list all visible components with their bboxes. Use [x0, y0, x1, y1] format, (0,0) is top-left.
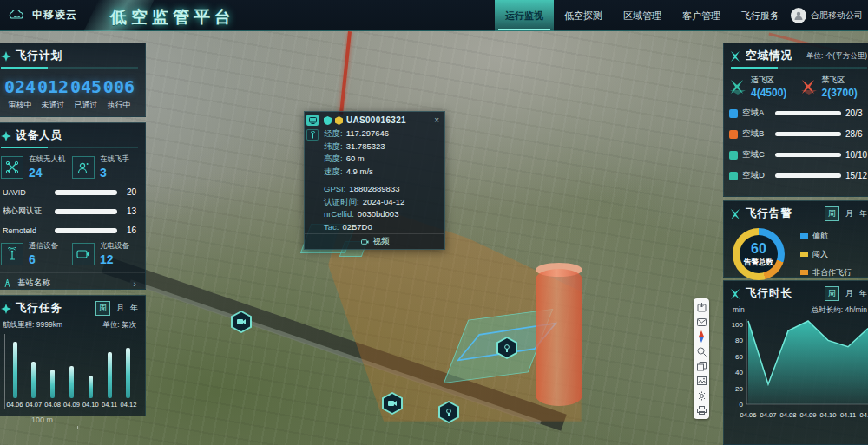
- logo-text: 中移凌云: [32, 8, 77, 23]
- field-label: Tac:: [324, 221, 339, 234]
- field-label: 纬度:: [324, 141, 343, 154]
- tab-year[interactable]: 年: [859, 288, 867, 299]
- list-item-label: 基站名称: [17, 278, 50, 289]
- svg-text:60: 60: [735, 353, 743, 361]
- panel-icon: [1, 131, 11, 141]
- zone-row-label: 空域B: [742, 128, 771, 140]
- bar-column: 04.12: [120, 348, 137, 409]
- field-value: 117.297646: [346, 128, 390, 141]
- nav-item-service[interactable]: 飞行服务: [731, 0, 790, 31]
- bar: [50, 370, 55, 398]
- legend-swatch: [800, 270, 808, 275]
- message-icon[interactable]: [696, 317, 707, 327]
- zone-value: 4(4500): [751, 87, 786, 99]
- panel-title: 飞行计划: [16, 49, 62, 63]
- zone-color-swatch: [729, 151, 738, 160]
- bar-label: RemoteId: [3, 226, 49, 235]
- field-value: 0030bd003: [358, 208, 399, 221]
- zone-color-swatch: [729, 130, 738, 139]
- x-tick-label: 04.09: [63, 401, 80, 409]
- nav-item-region[interactable]: 区域管理: [613, 0, 672, 31]
- panel-icon: [731, 51, 741, 62]
- duration-area-chart: 10080604020004.0604.0704.0804.0904.1004.…: [726, 317, 868, 430]
- bar: [13, 342, 17, 398]
- panel-title: 飞行告警: [746, 206, 792, 221]
- tab-month[interactable]: 月: [116, 303, 124, 314]
- stat-label: 审核中: [4, 100, 36, 111]
- printer-icon[interactable]: [696, 405, 707, 416]
- tab-week[interactable]: 周: [825, 286, 839, 301]
- antenna-icon: [1, 243, 23, 265]
- logo-icon: [8, 10, 27, 22]
- bar: [89, 376, 93, 398]
- tab-year[interactable]: 年: [130, 303, 138, 314]
- card-value: 3: [100, 166, 129, 180]
- field-value: 2024-04-12: [363, 196, 405, 209]
- zone-usage-track: [775, 132, 841, 136]
- alert-total: 60: [751, 241, 766, 257]
- compass-icon[interactable]: [696, 331, 707, 342]
- svg-text:04.08: 04.08: [780, 411, 797, 419]
- list-item-basestation[interactable]: 基站名称 ›: [0, 273, 145, 294]
- flyable-zone-icon: [729, 78, 746, 95]
- field-value: 02B7D0: [342, 221, 372, 234]
- unit-note: 单位: 架次: [102, 320, 136, 330]
- svg-text:04.06: 04.06: [740, 411, 757, 419]
- shield-badge-icon: [324, 116, 332, 125]
- chevron-right-icon: ›: [133, 278, 136, 289]
- nav-item-detect[interactable]: 低空探测: [554, 0, 613, 31]
- panel-title: 飞行时长: [746, 286, 792, 301]
- drone-info-popup: UAS00016321 × 经度:117.297646 纬度:31.785323…: [304, 111, 445, 250]
- gear-icon[interactable]: [696, 390, 707, 401]
- video-camera-icon: [360, 239, 370, 245]
- tab-week[interactable]: 周: [825, 206, 839, 221]
- unit-note: 单位: 个(平方公里): [806, 51, 867, 62]
- zone-nofly: 禁飞区2(3700): [800, 75, 868, 99]
- field-label: 认证时间:: [324, 196, 359, 209]
- zone-row-label: 空域D: [742, 170, 771, 181]
- zone-usage-value: 15/12: [845, 171, 867, 180]
- map-export-icon[interactable]: [696, 302, 707, 312]
- svg-text:04.07: 04.07: [760, 411, 777, 419]
- tab-year[interactable]: 年: [859, 208, 867, 219]
- svg-text:04.09: 04.09: [800, 411, 817, 419]
- signal-icon[interactable]: [306, 129, 319, 141]
- legend-label: 偏航: [812, 231, 828, 242]
- map-scale-label: 100 m: [31, 416, 53, 424]
- field-value: 4.9 m/s: [346, 166, 373, 179]
- tab-month[interactable]: 月: [845, 288, 853, 299]
- main-nav: 运行监视 低空探测 区域管理 客户管理 飞行服务: [495, 0, 790, 31]
- top-header: 中移凌云 低空监管平台 运行监视 低空探测 区域管理 客户管理 飞行服务 合肥移…: [0, 0, 868, 31]
- video-panel-icon[interactable]: [306, 115, 319, 126]
- nav-item-monitor[interactable]: 运行监视: [495, 0, 554, 31]
- duration-total: 总时长约: 4h/min: [812, 305, 867, 316]
- stat-card-optical: 光电设备12: [72, 241, 138, 266]
- user-menu[interactable]: 合肥移动公司: [791, 0, 863, 31]
- airspace-usage-rows: 空域A20/3 空域B28/6 空域C10/10 空域D15/12: [724, 101, 868, 181]
- tab-month[interactable]: 月: [845, 208, 853, 219]
- layers-icon[interactable]: [696, 361, 707, 371]
- video-button[interactable]: 视频: [305, 233, 444, 249]
- panel-devices: 设备人员 在线无人机24 在线飞手3 UAVID20 核心网认证13 Remot…: [0, 122, 146, 290]
- panel-icon: [1, 304, 11, 314]
- svg-text:80: 80: [735, 337, 743, 344]
- image-icon[interactable]: [696, 376, 707, 386]
- progress-track: [55, 209, 117, 214]
- zoom-search-icon[interactable]: [696, 346, 707, 357]
- card-value: 24: [29, 166, 66, 180]
- card-label: 光电设备: [100, 241, 129, 252]
- svg-text:20: 20: [735, 385, 743, 393]
- x-tick-label: 04.08: [44, 401, 61, 409]
- bar-value: 20: [122, 187, 136, 197]
- nav-item-customer[interactable]: 客户管理: [672, 0, 731, 31]
- svg-text:100: 100: [732, 321, 744, 329]
- close-icon[interactable]: ×: [434, 116, 439, 125]
- tab-week[interactable]: 周: [95, 301, 110, 316]
- x-tick-label: 04.11: [102, 401, 117, 409]
- telemetry-rows: 经度:117.297646 纬度:31.785323 高度:60 m 速度:4.…: [305, 127, 444, 178]
- bar-column: 04.07: [25, 362, 43, 409]
- app-root: 100 m 中移凌云 低空监管平台 运行监视 低空探测 区域管理 客户管理 飞行…: [0, 0, 868, 445]
- alert-total-label: 告警总数: [744, 258, 773, 268]
- avatar: [791, 8, 806, 23]
- bar: [69, 366, 74, 398]
